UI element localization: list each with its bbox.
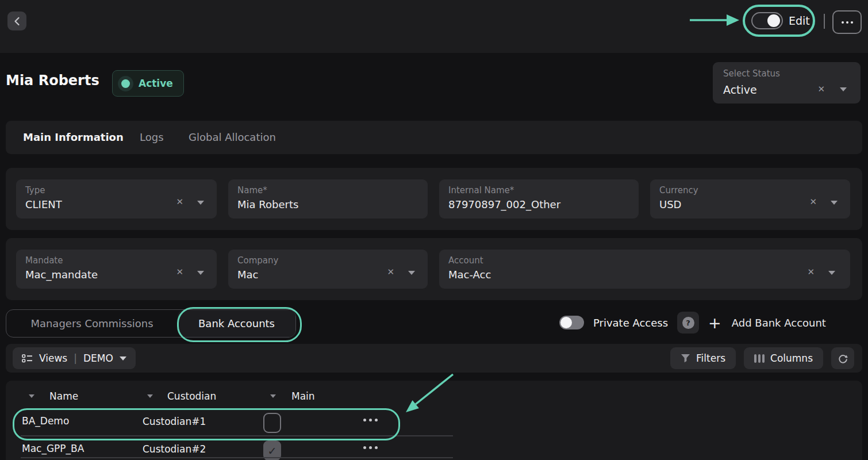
more-icon xyxy=(851,21,853,24)
annotation-arrow-to-edit xyxy=(689,13,742,28)
chevron-down-icon[interactable] xyxy=(408,271,415,275)
type-field[interactable]: Type CLIENT ✕ xyxy=(16,179,217,218)
name-field[interactable]: Name* Mia Roberts xyxy=(228,179,428,218)
table-toolbar: Filters Columns xyxy=(670,347,854,369)
sort-caret-icon[interactable] xyxy=(147,394,153,398)
clear-icon[interactable]: ✕ xyxy=(176,267,183,277)
column-header-name[interactable]: Name xyxy=(49,390,78,402)
chevron-left-icon xyxy=(14,17,20,26)
column-header-main[interactable]: Main xyxy=(291,390,315,402)
company-field[interactable]: Company Mac ✕ xyxy=(228,250,428,289)
more-icon xyxy=(363,446,366,449)
columns-label: Columns xyxy=(770,352,813,364)
row-actions-button[interactable] xyxy=(363,446,378,449)
tab-logs[interactable]: Logs xyxy=(140,121,164,154)
status-select[interactable]: Select Status Active ✕ xyxy=(713,62,861,103)
refresh-icon xyxy=(837,352,849,365)
private-access-label: Private Access xyxy=(593,317,668,329)
clear-icon[interactable]: ✕ xyxy=(817,84,825,94)
mandate-field[interactable]: Mandate Mac_mandate ✕ xyxy=(16,250,217,289)
more-icon xyxy=(842,21,844,24)
plus-icon: + xyxy=(708,315,721,331)
topbar-divider xyxy=(824,14,825,29)
clear-icon[interactable]: ✕ xyxy=(387,267,394,277)
sort-caret-icon[interactable] xyxy=(270,394,276,398)
columns-icon xyxy=(754,354,765,363)
column-header-custodian[interactable]: Custodian xyxy=(167,390,216,402)
clear-icon[interactable]: ✕ xyxy=(807,267,815,277)
cell-name: Mac_GPP_BA xyxy=(22,443,84,454)
more-icon xyxy=(375,446,378,449)
row-divider xyxy=(21,457,453,458)
chevron-down-icon[interactable] xyxy=(840,87,847,91)
currency-field[interactable]: Currency USD ✕ xyxy=(650,179,850,218)
more-icon xyxy=(846,21,848,24)
chevron-down-icon[interactable] xyxy=(831,201,838,205)
chevron-down-icon[interactable] xyxy=(197,201,204,205)
tab-global-allocation[interactable]: Global Allocation xyxy=(189,121,276,154)
edit-toggle-knob xyxy=(767,14,780,27)
private-access-toggle[interactable] xyxy=(559,316,584,329)
current-view-name: DEMO xyxy=(83,352,113,364)
refresh-button[interactable] xyxy=(831,347,854,369)
status-dot-icon xyxy=(118,76,133,91)
filters-label: Filters xyxy=(696,352,725,364)
clear-icon[interactable]: ✕ xyxy=(176,197,183,207)
add-bank-account-button[interactable]: + Add Bank Account xyxy=(708,315,826,331)
tab-managers-commissions[interactable]: Managers Commissions xyxy=(6,310,178,337)
page-title: Mia Roberts xyxy=(6,72,99,89)
add-bank-account-label: Add Bank Account xyxy=(732,317,826,329)
status-select-label: Select Status xyxy=(723,68,780,79)
tab-main-information[interactable]: Main Information xyxy=(23,121,124,154)
chevron-down-icon xyxy=(120,356,126,361)
form-panel-1: Type CLIENT ✕ Name* Mia Roberts Internal… xyxy=(6,168,862,230)
clear-icon[interactable]: ✕ xyxy=(809,197,817,207)
help-button[interactable]: ? xyxy=(677,312,699,334)
cell-custodian: Custodian#2 xyxy=(143,443,206,455)
sort-caret-icon[interactable] xyxy=(29,394,34,398)
status-badge-label: Active xyxy=(139,78,173,89)
annotation-ring-table-row xyxy=(13,408,400,440)
edit-toggle-label: Edit xyxy=(789,14,810,27)
views-label: Views xyxy=(39,352,67,364)
edit-toggle[interactable] xyxy=(751,12,783,29)
internal-name-field[interactable]: Internal Name* 87970897_002_Other xyxy=(439,179,639,218)
chevron-down-icon[interactable] xyxy=(197,271,204,275)
back-button[interactable] xyxy=(7,12,26,30)
more-icon xyxy=(369,446,372,449)
form-panel-2: Mandate Mac_mandate ✕ Company Mac ✕ Acco… xyxy=(6,238,862,300)
views-separator: | xyxy=(74,352,77,364)
annotation-ring-bank-accounts xyxy=(177,307,302,342)
client-detail-screen: Edit Mia Roberts Active Select Status Ac… xyxy=(0,0,868,460)
account-field[interactable]: Account Mac-Acc ✕ xyxy=(439,250,850,289)
status-select-value: Active xyxy=(723,83,757,96)
columns-button[interactable]: Columns xyxy=(744,347,823,369)
top-bar: Edit xyxy=(0,0,868,53)
views-bar: Views | DEMO Filters Columns xyxy=(6,344,862,373)
more-options-button[interactable] xyxy=(832,10,862,34)
filter-icon xyxy=(681,354,690,363)
annotation-arrow-to-row xyxy=(397,370,460,419)
section-actions: Private Access ? + Add Bank Account xyxy=(559,309,826,336)
views-selector[interactable]: Views | DEMO xyxy=(13,347,136,369)
chevron-down-icon[interactable] xyxy=(828,271,835,275)
question-icon: ? xyxy=(682,317,694,329)
list-icon xyxy=(22,354,33,363)
tabs-bar: Main Information Logs Global Allocation xyxy=(6,121,862,154)
status-badge: Active xyxy=(112,70,184,97)
filters-button[interactable]: Filters xyxy=(670,347,736,369)
